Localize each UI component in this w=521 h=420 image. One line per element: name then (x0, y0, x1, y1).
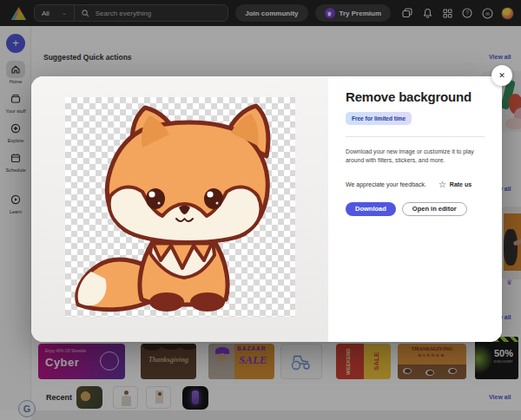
dialog-panel: Remove background Free for limited time … (328, 76, 502, 342)
fox-image (65, 97, 295, 317)
divider (346, 136, 485, 137)
free-badge: Free for limited time (346, 112, 412, 125)
open-in-editor-button[interactable]: Open in editor (402, 202, 467, 216)
dialog-description: Download your new image or customize it … (346, 148, 479, 165)
app-window: All ⌄ Join community ♛ Try Premium (0, 0, 521, 420)
remove-background-dialog: Remove background Free for limited time … (31, 76, 502, 342)
image-preview-pane (31, 76, 328, 342)
download-button[interactable]: Download (346, 202, 396, 216)
feedback-row: We appreciate your feedback. ☆ Rate us (346, 180, 485, 189)
rate-us-link[interactable]: Rate us (450, 181, 472, 187)
transparency-checkerboard (65, 97, 295, 317)
feedback-text: We appreciate your feedback. (346, 181, 426, 187)
dialog-buttons: Download Open in editor (346, 202, 485, 216)
dialog-title: Remove background (346, 89, 485, 104)
rate-star-icon: ☆ (439, 180, 446, 189)
close-icon[interactable]: ✕ (491, 65, 512, 86)
